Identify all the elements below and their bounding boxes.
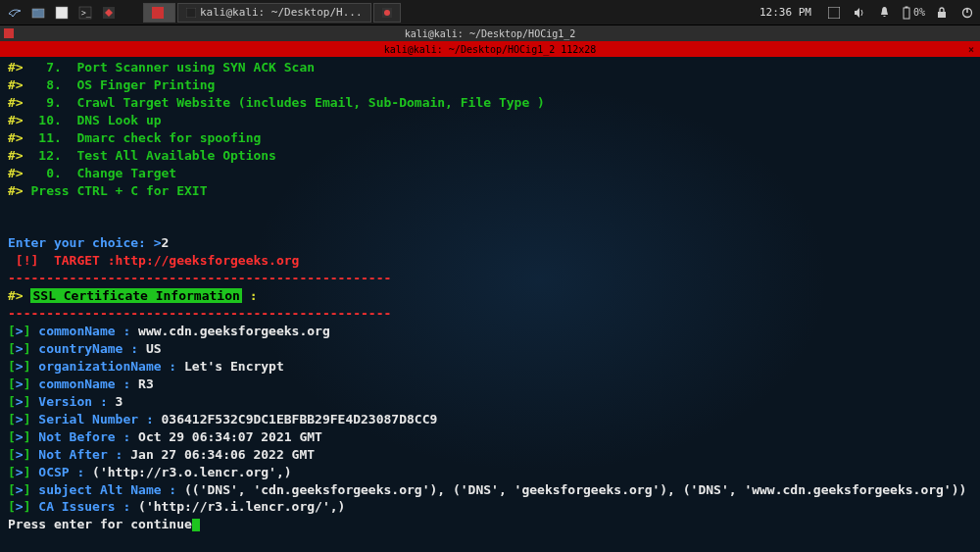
svg-rect-11: [904, 8, 909, 19]
menu-item: #> 11. Dmarc check for spoofing: [8, 129, 972, 147]
panel-right: 12:36 PM 0%: [760, 4, 976, 22]
ssl-field: [>] commonName : www.cdn.geeksforgeeks.o…: [8, 323, 972, 340]
svg-point-9: [384, 10, 390, 16]
panel-left: >_ kali@kali: ~/Desktop/H...: [4, 2, 401, 24]
menu-item: #> 0. Change Target: [8, 165, 972, 182]
svg-text:>_: >_: [81, 9, 91, 18]
choice-prompt: Enter your choice: >2: [8, 234, 972, 252]
ssl-field: [>] subject Alt Name : (('DNS', 'cdn.gee…: [8, 481, 972, 499]
window-titlebar: kali@kali: ~/Desktop/HOCig1_2: [0, 25, 980, 41]
terminal-panel-icon[interactable]: >_: [74, 2, 96, 24]
ssl-field: [>] organizationName : Let's Encrypt: [8, 358, 972, 376]
svg-rect-1: [32, 9, 38, 11]
dashed-divider: ----------------------------------------…: [8, 305, 972, 323]
target-line: [!] TARGET :http://geeksforgeeks.org: [8, 252, 972, 270]
svg-rect-10: [828, 7, 840, 19]
menu-item: #> 8. OS Finger Printing: [8, 76, 972, 94]
battery-percent: 0%: [913, 7, 925, 18]
ssl-field: [>] Serial Number : 036412F532C9DC1EBFBB…: [8, 411, 972, 428]
terminal-tabbar: kali@kali: ~/Desktop/HOCig1_2 112x28 ×: [0, 41, 980, 57]
svg-rect-7: [186, 8, 196, 18]
app-icon-generic[interactable]: [98, 2, 120, 24]
ssl-field: [>] countryName : US: [8, 340, 972, 358]
ssl-field: [>] Version : 3: [8, 393, 972, 411]
dashed-divider: ----------------------------------------…: [8, 270, 972, 287]
svg-rect-13: [938, 12, 946, 18]
svg-rect-2: [56, 7, 68, 19]
volume-icon[interactable]: [851, 4, 868, 22]
svg-rect-12: [905, 6, 907, 8]
ssl-field: [>] Not After : Jan 27 06:34:06 2022 GMT: [8, 446, 972, 464]
menu-item: #> 12. Test All Available Options: [8, 147, 972, 165]
continue-prompt[interactable]: Press enter for continue: [8, 516, 972, 533]
window-title: kali@kali: ~/Desktop/HOCig1_2: [405, 28, 576, 39]
svg-rect-16: [4, 28, 14, 38]
close-tab-icon[interactable]: ×: [968, 44, 974, 55]
ssl-field: [>] CA Issuers : ('http://r3.i.lencr.org…: [8, 498, 972, 516]
cursor: [192, 519, 200, 531]
ssl-field: [>] commonName : R3: [8, 376, 972, 393]
ssl-field: [>] OCSP : ('http://r3.o.lencr.org',): [8, 464, 972, 481]
lock-icon[interactable]: [933, 4, 951, 22]
power-icon[interactable]: [958, 4, 976, 22]
desktop-icon[interactable]: [51, 2, 73, 24]
battery-icon[interactable]: 0%: [902, 4, 925, 22]
workspace-icon[interactable]: [825, 4, 843, 22]
notifications-icon[interactable]: [876, 4, 894, 22]
menu-exit: #> Press CTRL + C for EXIT: [8, 182, 972, 200]
clock: 12:36 PM: [760, 6, 811, 19]
kali-menu-icon[interactable]: [4, 2, 25, 24]
menu-item: #> 9. Crawl Target Website (includes Ema…: [8, 94, 972, 112]
taskbar-item-label: kali@kali: ~/Desktop/H...: [200, 6, 363, 19]
section-header: #> SSL Certificate Information :: [8, 287, 972, 305]
menu-item: #> 10. DNS Look up: [8, 112, 972, 129]
taskbar-item-terminal[interactable]: kali@kali: ~/Desktop/H...: [177, 3, 371, 23]
menu-item: #> 7. Port Scanner using SYN ACK Scan: [8, 59, 972, 76]
titlebar-app-icon: [4, 28, 14, 38]
files-icon[interactable]: [27, 2, 49, 24]
taskbar-item-current[interactable]: [143, 3, 175, 23]
svg-rect-6: [152, 7, 164, 19]
terminal-tab-label[interactable]: kali@kali: ~/Desktop/HOCig1_2 112x28: [384, 44, 597, 55]
taskbar-item-other[interactable]: [373, 3, 401, 23]
top-panel: >_ kali@kali: ~/Desktop/H... 12:36 PM: [0, 0, 980, 25]
ssl-field: [>] Not Before : Oct 29 06:34:07 2021 GM…: [8, 428, 972, 446]
terminal-output[interactable]: #> 7. Port Scanner using SYN ACK Scan#> …: [0, 57, 980, 552]
